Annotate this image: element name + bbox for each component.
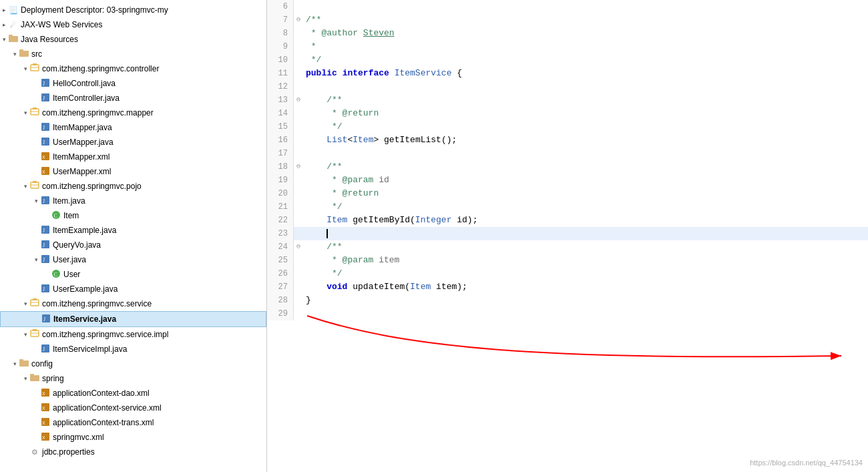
- tree-arrow-spring[interactable]: [21, 372, 29, 385]
- fold-indicator[interactable]: [294, 307, 303, 320]
- tree-item-UserExample-java[interactable]: JUserExample.java: [0, 282, 266, 296]
- svg-text:J: J: [43, 346, 45, 352]
- code-lines: 6 7⊖/**8 * @author Steven9 *10 */11publi…: [267, 0, 868, 320]
- fold-indicator[interactable]: [294, 280, 303, 294]
- tree-item-ItemServiceImpl-java[interactable]: JItemServiceImpl.java: [0, 342, 266, 357]
- tree-item-pkg-controller[interactable]: com.itzheng.springmvc.controller: [0, 61, 266, 76]
- tree-item-applicationContext-service[interactable]: XapplicationContext-service.xml: [0, 401, 266, 415]
- code-content: * @param item: [303, 254, 868, 267]
- file-tree[interactable]: 📃Deployment Descriptor: 03-springmvc-my☄…: [0, 0, 267, 472]
- tree-item-pkg-service[interactable]: com.itzheng.springmvc.service: [0, 296, 266, 311]
- tree-item-Item-java[interactable]: JItem.java: [0, 194, 266, 208]
- code-content: [303, 147, 868, 160]
- tree-item-applicationContext-trans[interactable]: XapplicationContext-trans.xml: [0, 415, 266, 430]
- tree-item-src[interactable]: src: [0, 47, 266, 61]
- tree-arrow-pkg-service[interactable]: [21, 297, 29, 310]
- tree-item-User-class[interactable]: CUser: [0, 267, 266, 282]
- fold-indicator[interactable]: [294, 134, 303, 147]
- tree-item-pkg-pojo[interactable]: com.itzheng.springmvc.pojo: [0, 179, 266, 194]
- tree-item-UserMapper-java[interactable]: JUserMapper.java: [0, 135, 266, 150]
- fold-indicator[interactable]: [294, 254, 303, 267]
- fold-indicator[interactable]: ⊖: [294, 93, 303, 107]
- tree-arrow-pkg-controller[interactable]: [21, 62, 29, 75]
- line-number: 14: [267, 107, 294, 120]
- tree-arrow-java-resources[interactable]: [0, 33, 8, 46]
- tree-item-HelloControll[interactable]: JHelloControll.java: [0, 76, 266, 91]
- tree-item-UserMapper-xml[interactable]: XUserMapper.xml: [0, 164, 266, 179]
- tree-arrow-deployment[interactable]: [0, 3, 8, 17]
- fold-indicator[interactable]: [294, 187, 303, 200]
- tree-item-QueryVo-java[interactable]: JQueryVo.java: [0, 238, 266, 252]
- fold-indicator[interactable]: [294, 67, 303, 80]
- line-number: 15: [267, 120, 294, 134]
- tree-label-User-class: User: [63, 268, 80, 281]
- tree-label-jdbc-properties: jdbc.properties: [42, 445, 95, 459]
- fold-indicator[interactable]: ⊖: [294, 160, 303, 174]
- tree-item-jaxws[interactable]: ☄JAX-WS Web Services: [0, 17, 266, 32]
- code-line-6: 6: [267, 0, 868, 13]
- tree-item-pkg-service-impl[interactable]: com.itzheng.springmvc.service.impl: [0, 327, 266, 342]
- code-line-10: 10 */: [267, 53, 868, 67]
- fold-indicator[interactable]: [294, 0, 303, 13]
- tree-arrow-pkg-mapper[interactable]: [21, 106, 29, 120]
- fold-indicator[interactable]: [294, 294, 303, 307]
- tree-arrow-pkg-service-impl[interactable]: [21, 328, 29, 341]
- fold-indicator[interactable]: ⊖: [294, 240, 303, 254]
- svg-text:J: J: [43, 140, 45, 146]
- tree-item-config[interactable]: config: [0, 357, 266, 371]
- code-line-17: 17: [267, 147, 868, 160]
- tree-item-Item-class[interactable]: CItem: [0, 208, 266, 223]
- fold-indicator[interactable]: [294, 267, 303, 280]
- line-number: 10: [267, 53, 294, 67]
- code-line-7: 7⊖/**: [267, 13, 868, 27]
- tree-icon-package: [29, 107, 40, 118]
- tree-item-ItemMapper-java[interactable]: JItemMapper.java: [0, 120, 266, 135]
- tree-item-ItemService-java[interactable]: JItemService.java: [0, 311, 266, 327]
- tree-label-spring: spring: [42, 372, 64, 385]
- fold-indicator[interactable]: [294, 53, 303, 67]
- line-number: 27: [267, 280, 294, 294]
- tree-arrow-User-java[interactable]: [32, 253, 40, 266]
- tree-label-UserExample-java: UserExample.java: [53, 282, 118, 296]
- fold-indicator[interactable]: [294, 27, 303, 40]
- fold-indicator[interactable]: [294, 147, 303, 160]
- tree-item-pkg-mapper[interactable]: com.itzheng.springmvc.mapper: [0, 105, 266, 120]
- svg-rect-50: [19, 359, 23, 361]
- tree-icon-java: J: [41, 314, 51, 324]
- tree-item-ItemController[interactable]: JItemController.java: [0, 91, 266, 105]
- tree-arrow-jaxws[interactable]: [0, 18, 8, 31]
- fold-indicator[interactable]: [294, 227, 303, 240]
- code-content: */: [303, 53, 868, 67]
- code-content: */: [303, 200, 868, 214]
- svg-text:C: C: [54, 213, 57, 219]
- tree-item-ItemMapper-xml[interactable]: XItemMapper.xml: [0, 150, 266, 164]
- tree-item-spring[interactable]: spring: [0, 371, 266, 386]
- fold-indicator[interactable]: [294, 214, 303, 227]
- fold-indicator[interactable]: [294, 174, 303, 187]
- tree-item-springmvc-xml[interactable]: Xspringmvc.xml: [0, 430, 266, 445]
- tree-arrow-config[interactable]: [11, 357, 19, 371]
- fold-indicator[interactable]: [294, 40, 303, 53]
- tree-item-User-java[interactable]: JUser.java: [0, 252, 266, 267]
- tree-item-ItemExample-java[interactable]: JItemExample.java: [0, 223, 266, 238]
- svg-rect-49: [19, 361, 29, 367]
- code-line-22: 22 Item getItemById(Integer id);: [267, 214, 868, 227]
- fold-indicator[interactable]: [294, 120, 303, 134]
- code-line-12: 12: [267, 80, 868, 93]
- code-content: [303, 0, 868, 13]
- fold-indicator[interactable]: [294, 200, 303, 214]
- tree-item-java-resources[interactable]: Java Resources: [0, 32, 266, 47]
- tree-item-jdbc-properties[interactable]: ⚙jdbc.properties: [0, 445, 266, 459]
- tree-arrow-pkg-pojo[interactable]: [21, 180, 29, 193]
- fold-indicator[interactable]: [294, 80, 303, 93]
- tree-arrow-src[interactable]: [11, 47, 19, 61]
- fold-indicator[interactable]: ⊖: [294, 13, 303, 27]
- tree-arrow-Item-java[interactable]: [32, 194, 40, 208]
- code-line-14: 14 * @return: [267, 107, 868, 120]
- svg-rect-51: [30, 375, 39, 381]
- tree-item-deployment[interactable]: 📃Deployment Descriptor: 03-springmvc-my: [0, 3, 266, 17]
- code-content: /**: [303, 13, 868, 27]
- fold-indicator[interactable]: [294, 107, 303, 120]
- tree-icon-deployment: 📃: [8, 5, 19, 15]
- tree-item-applicationContext-dao[interactable]: XapplicationContext-dao.xml: [0, 386, 266, 401]
